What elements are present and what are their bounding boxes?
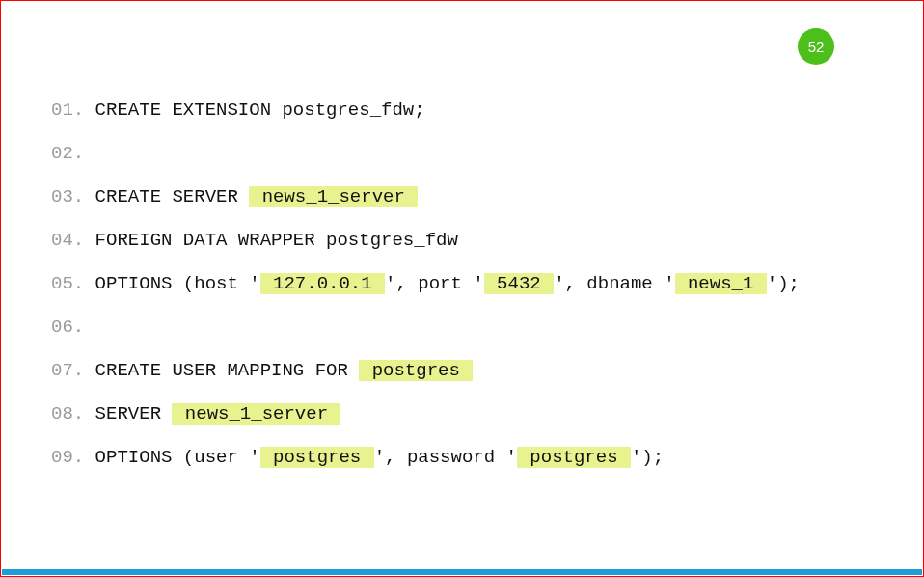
line-number: 01. [51,99,84,121]
highlighted-token: postgres [260,447,374,468]
page-number-badge: 52 [798,28,834,65]
code-token: '); [767,273,800,294]
line-number: 03. [51,186,84,207]
highlighted-token: news_1 [675,273,767,294]
code-line: 04. FOREIGN DATA WRAPPER postgres_fdw [51,232,904,250]
line-number: 05. [51,273,84,294]
highlighted-token: postgres [517,447,631,468]
code-token: CREATE EXTENSION postgres_fdw; [84,99,424,121]
code-line: 03. CREATE SERVER news_1_server [51,188,904,206]
code-line: 09. OPTIONS (user ' postgres ', password… [51,449,904,467]
code-token: CREATE SERVER [84,186,249,207]
line-number: 09. [51,447,84,468]
highlighted-token: news_1_server [249,186,418,207]
highlighted-token: 127.0.0.1 [260,273,385,294]
code-token: ', dbname ' [554,273,674,294]
line-number: 02. [51,143,84,164]
highlighted-token: postgres [359,360,473,381]
code-token: OPTIONS (host ' [84,273,259,294]
accent-bar [2,569,922,575]
code-line: 06. [51,318,904,337]
code-token: ', password ' [374,447,517,468]
highlighted-token: 5432 [484,273,554,294]
line-number: 04. [51,230,84,251]
code-line: 02. [51,145,904,163]
code-block: 01. CREATE EXTENSION postgres_fdw;02.03.… [51,101,904,492]
highlighted-token: news_1_server [172,403,340,425]
code-line: 05. OPTIONS (host ' 127.0.0.1 ', port ' … [51,275,904,293]
line-number: 07. [51,360,84,381]
line-number: 08. [51,403,84,425]
code-token: ', port ' [385,273,484,294]
code-token: OPTIONS (user ' [84,447,259,468]
line-number: 06. [51,316,84,338]
code-token: SERVER [84,403,172,425]
code-line: 08. SERVER news_1_server [51,405,904,424]
code-line: 07. CREATE USER MAPPING FOR postgres [51,362,904,380]
code-token: FOREIGN DATA WRAPPER postgres_fdw [84,230,458,251]
slide-frame: 52 01. CREATE EXTENSION postgres_fdw;02.… [0,0,924,577]
code-token: CREATE USER MAPPING FOR [84,360,359,381]
code-line: 01. CREATE EXTENSION postgres_fdw; [51,101,904,120]
code-token: '); [631,447,664,468]
